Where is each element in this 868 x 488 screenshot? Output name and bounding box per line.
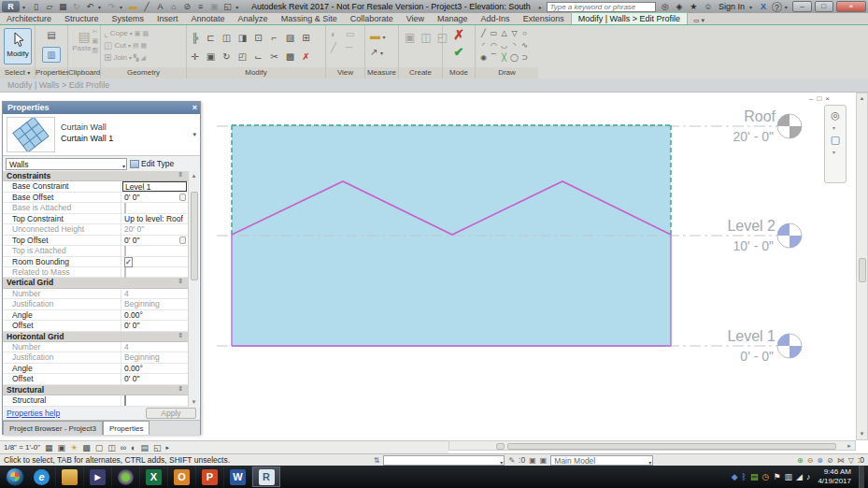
- tab-project-browser[interactable]: Project Browser - Project3: [3, 421, 103, 435]
- draw-spline-icon[interactable]: ∿: [521, 41, 528, 50]
- split-with-gap-icon[interactable]: ✂: [270, 51, 277, 62]
- level-elevation-roof[interactable]: 20' - 0": [733, 129, 774, 144]
- properties-close-icon[interactable]: ×: [192, 102, 197, 114]
- panel-label-select[interactable]: Select ▾: [0, 67, 35, 79]
- modify-tool-button[interactable]: Modify: [4, 28, 32, 65]
- palette-scroll-down-icon[interactable]: ▾: [189, 397, 199, 407]
- mirror-pick-axis-icon[interactable]: ◫: [222, 33, 231, 43]
- level-elevation-level1[interactable]: 0' - 0": [740, 349, 774, 364]
- scroll-down-arrow-icon[interactable]: ▾: [857, 429, 867, 438]
- draw-partial-ellipse-icon[interactable]: ⌒: [491, 52, 498, 63]
- show-crop-region-icon[interactable]: ◫: [107, 443, 116, 452]
- show-desktop-button[interactable]: [859, 466, 864, 488]
- split-element-icon[interactable]: ⊡: [254, 33, 262, 43]
- palette-scroll-up-icon[interactable]: ▴: [189, 171, 199, 180]
- start-button[interactable]: [6, 467, 24, 486]
- property-row[interactable]: JustificationBeginning: [3, 352, 188, 363]
- property-row[interactable]: JustificationBeginning: [3, 299, 188, 309]
- tab-extensions[interactable]: Extensions: [517, 13, 571, 24]
- panel-label-geometry[interactable]: Geometry: [101, 67, 186, 79]
- draw-pick-lines-icon[interactable]: ◉: [480, 53, 487, 62]
- property-row[interactable]: Base Offset0' 0": [3, 193, 188, 203]
- draw-tangent-arc-icon[interactable]: ◡: [501, 41, 507, 50]
- property-row[interactable]: Top Offset0' 0": [3, 236, 188, 246]
- redo-caret-icon[interactable]: ▾: [120, 4, 125, 10]
- tray-security-shield-icon[interactable]: ◆: [732, 472, 738, 481]
- design-option-dropdown[interactable]: Main Model▾: [550, 455, 653, 466]
- taskbar-media-player-icon[interactable]: ▶: [84, 466, 112, 487]
- property-row[interactable]: Offset0' 0": [3, 321, 188, 331]
- app-menu-caret-icon[interactable]: ▾: [22, 4, 28, 10]
- section-header[interactable]: Structural⇕: [3, 385, 188, 395]
- panel-label-clipboard[interactable]: Clipboard: [68, 67, 100, 79]
- align-icon[interactable]: ╠: [192, 33, 198, 43]
- focused-value-input[interactable]: Level 1: [122, 181, 187, 191]
- temporary-view-properties-icon[interactable]: ▤: [141, 443, 149, 452]
- demolish-icon[interactable]: ▦: [141, 42, 148, 50]
- save-icon[interactable]: ▦: [58, 1, 68, 12]
- draw-pick-axis-icon[interactable]: ╳: [502, 53, 506, 62]
- section-header[interactable]: Vertical Grid⇕: [3, 278, 188, 288]
- steering-wheel-caret-icon[interactable]: ▾: [832, 124, 838, 131]
- taskbar-revit-icon[interactable]: R: [252, 466, 280, 487]
- property-row[interactable]: Base is Attached: [3, 203, 188, 213]
- measure-button[interactable]: ▬ ▾: [370, 30, 398, 41]
- scale-icon[interactable]: ◰: [238, 51, 247, 62]
- tray-action-center-flag-icon[interactable]: ⚑: [773, 472, 780, 481]
- cell-button[interactable]: [179, 194, 186, 201]
- tab-structure[interactable]: Structure: [58, 13, 106, 24]
- search-expand-arrow-icon[interactable]: ▸: [539, 4, 545, 10]
- property-row[interactable]: Number4: [3, 342, 188, 352]
- tab-add-ins[interactable]: Add-Ins: [475, 13, 517, 24]
- dimension-button[interactable]: ↗ ▾: [370, 47, 398, 57]
- tab-analyze[interactable]: Analyze: [232, 13, 275, 24]
- tray-network-icon[interactable]: ◢: [796, 472, 803, 481]
- section-header[interactable]: Horizontal Grid⇕: [3, 332, 188, 342]
- view-scale-label[interactable]: 1/8" = 1'-0": [4, 443, 40, 452]
- match-type-icon[interactable]: ▧: [92, 47, 98, 54]
- temporary-hide-isolate-icon[interactable]: ∞: [121, 443, 126, 452]
- property-row[interactable]: Angle0.00°: [3, 364, 188, 374]
- favorites-star-icon[interactable]: ★: [688, 1, 699, 12]
- close-hidden-windows-icon[interactable]: ▣: [208, 1, 219, 12]
- switch-windows-icon[interactable]: ◱: [222, 1, 233, 12]
- panel-label-draw[interactable]: Draw: [476, 67, 538, 79]
- horizontal-scrollbar[interactable]: ▸: [448, 440, 856, 451]
- property-row[interactable]: Base ConstraintLevel 1: [3, 181, 188, 192]
- filter-icon[interactable]: ▽: [848, 456, 854, 465]
- tray-clock-app-icon[interactable]: ◷: [762, 472, 770, 481]
- editable-only-icon[interactable]: ✎: [508, 456, 515, 465]
- palette-scroll-thumb[interactable]: [191, 192, 198, 280]
- qat-customize-caret-icon[interactable]: ▾: [235, 4, 241, 10]
- open-icon[interactable]: ▱: [44, 1, 54, 12]
- view-bar-expand-icon[interactable]: ▸: [166, 444, 170, 452]
- copy-icon[interactable]: ▣: [92, 37, 98, 45]
- panel-label-create[interactable]: Create: [399, 67, 442, 79]
- tray-bluetooth-icon[interactable]: ᛒ: [742, 472, 747, 481]
- taskbar-media-center-icon[interactable]: ●: [112, 466, 140, 487]
- property-row[interactable]: Room Bounding✓: [3, 257, 188, 267]
- join-geometry-button[interactable]: ⊞Join▾▚◢: [101, 51, 186, 64]
- panel-label-modify[interactable]: Modify: [187, 67, 325, 79]
- property-row[interactable]: Unconnected Height20' 0": [3, 224, 188, 235]
- copy-element-icon[interactable]: ▣: [206, 51, 215, 62]
- help-icon[interactable]: ?: [772, 2, 782, 12]
- crop-view-icon[interactable]: ▢: [95, 443, 104, 452]
- checkbox-unchecked[interactable]: [124, 203, 126, 213]
- move-icon[interactable]: ✛: [191, 51, 198, 62]
- type-properties-button[interactable]: ▥: [42, 47, 61, 63]
- aligned-dimension-icon[interactable]: ╱: [141, 1, 151, 12]
- tab-massing-site[interactable]: Massing & Site: [275, 13, 344, 24]
- search-icon[interactable]: ◎: [659, 1, 670, 12]
- cut-profile-icon[interactable]: ▣: [135, 30, 141, 37]
- property-row[interactable]: Structural: [3, 395, 188, 406]
- view-tool-icon[interactable]: ▭: [346, 29, 361, 42]
- draw-fillet-arc-icon[interactable]: ◜: [482, 41, 485, 50]
- window-minimize-button[interactable]: –: [792, 1, 811, 12]
- tab-properties[interactable]: Properties: [103, 421, 149, 435]
- cancel-edit-mode-button[interactable]: ✗: [453, 27, 464, 42]
- taskbar-file-explorer-icon[interactable]: [56, 466, 84, 487]
- draw-pick-walls-icon[interactable]: ⊃: [521, 53, 528, 62]
- level-elevation-level2[interactable]: 10' - 0": [733, 238, 774, 253]
- window-close-button[interactable]: ×: [836, 1, 866, 12]
